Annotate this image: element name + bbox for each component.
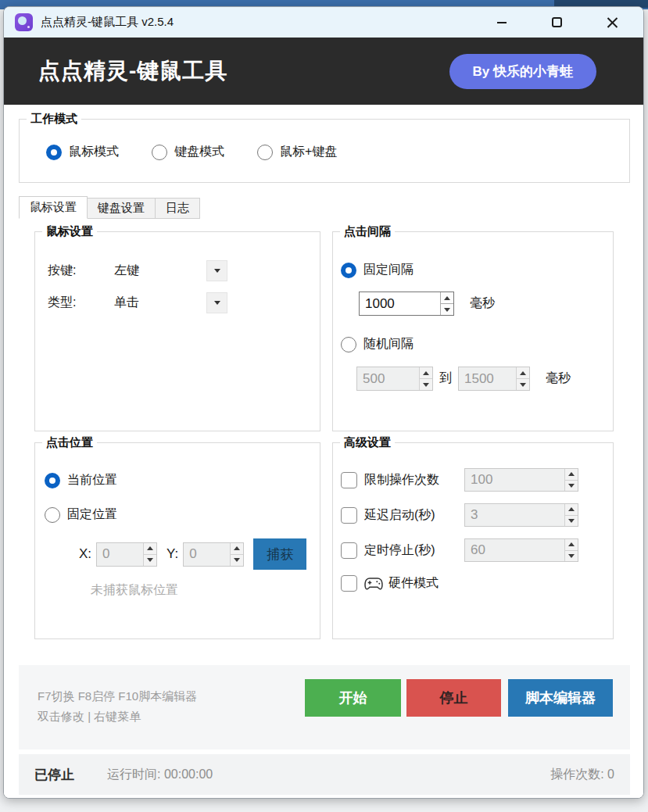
radio-mouse-keyboard-mode-label: 鼠标+键盘 bbox=[280, 144, 337, 160]
status-bar: 已停止 运行时间: 00:00:00 操作次数: 0 bbox=[19, 754, 630, 795]
x-spinner bbox=[96, 542, 157, 567]
stop-button[interactable]: 停止 bbox=[406, 679, 501, 717]
radio-keyboard-mode[interactable]: 键盘模式 bbox=[152, 144, 224, 160]
arrow-down-icon bbox=[568, 484, 575, 488]
random-interval-row: 到 毫秒 bbox=[356, 367, 613, 391]
arrow-up-icon bbox=[568, 542, 575, 546]
radio-mouse-mode-label: 鼠标模式 bbox=[69, 144, 119, 160]
radio-fixed-interval[interactable]: 固定间隔 bbox=[341, 262, 613, 278]
spin-down-button bbox=[231, 554, 243, 566]
radio-random-interval[interactable]: 随机间隔 bbox=[341, 336, 613, 352]
mouse-settings-group: 鼠标设置 按键: 左键 类型: 单击 bbox=[34, 231, 320, 431]
app-icon bbox=[15, 13, 33, 31]
click-position-group: 点击位置 当前位置 固定位置 X: Y: bbox=[34, 442, 320, 639]
random-max-spinner bbox=[458, 367, 530, 391]
limit-count-row: 限制操作次数 bbox=[341, 468, 613, 492]
radio-mouse-mode[interactable]: 鼠标模式 bbox=[46, 144, 119, 160]
arrow-up-icon bbox=[520, 371, 526, 375]
arrow-down-icon bbox=[568, 519, 575, 523]
arrow-up-icon bbox=[568, 507, 575, 511]
chevron-down-icon bbox=[214, 269, 220, 273]
arrow-down-icon bbox=[568, 554, 575, 558]
range-to-label: 到 bbox=[439, 370, 452, 387]
tab-log[interactable]: 日志 bbox=[155, 198, 200, 219]
spinner-buttons bbox=[440, 292, 453, 315]
y-input bbox=[184, 543, 230, 566]
arrow-down-icon bbox=[234, 558, 240, 562]
spin-down-button bbox=[565, 515, 578, 527]
advanced-settings-group: 高级设置 限制操作次数 延迟启动(秒) bbox=[332, 442, 614, 639]
start-button[interactable]: 开始 bbox=[305, 679, 401, 717]
maximize-icon bbox=[552, 17, 562, 27]
status-state: 已停止 bbox=[34, 766, 74, 784]
author-badge: By 快乐的小青蛙 bbox=[449, 54, 596, 89]
spin-down-button bbox=[144, 554, 156, 566]
arrow-up-icon bbox=[423, 371, 429, 375]
radio-unselected-icon bbox=[152, 145, 167, 160]
fixed-interval-label: 固定间隔 bbox=[363, 262, 414, 278]
spinner-buttons bbox=[230, 543, 243, 566]
radio-unselected-icon bbox=[341, 337, 356, 352]
limit-count-input bbox=[465, 469, 564, 491]
arrow-down-icon bbox=[147, 558, 153, 562]
radio-selected-icon bbox=[341, 263, 356, 278]
chevron-down-icon bbox=[214, 301, 220, 305]
spinner-buttons bbox=[516, 367, 529, 390]
hardware-mode-row: 硬件模式 bbox=[341, 575, 613, 592]
radio-unselected-icon bbox=[257, 145, 273, 160]
spin-up-button[interactable] bbox=[441, 292, 453, 303]
arrow-up-icon bbox=[568, 472, 575, 476]
maximize-button[interactable] bbox=[529, 7, 585, 38]
close-button[interactable] bbox=[585, 7, 640, 38]
hardware-mode-label: 硬件模式 bbox=[388, 575, 439, 592]
tab-keyboard-settings[interactable]: 键盘设置 bbox=[87, 198, 156, 219]
work-mode-title: 工作模式 bbox=[27, 112, 81, 127]
radio-selected-icon bbox=[46, 145, 62, 160]
window-controls bbox=[474, 7, 640, 38]
timed-stop-input bbox=[465, 539, 564, 561]
radio-current-position[interactable]: 当前位置 bbox=[45, 472, 320, 488]
mouse-button-dropdown-button[interactable] bbox=[206, 260, 227, 281]
spinner-buttons bbox=[564, 539, 578, 561]
window-title: 点点精灵-键鼠工具 v2.5.4 bbox=[41, 15, 174, 30]
arrow-up-icon bbox=[444, 296, 450, 300]
arrow-down-icon bbox=[520, 383, 526, 387]
timed-stop-row: 定时停止(秒) bbox=[341, 538, 613, 562]
spin-up-button bbox=[517, 367, 529, 378]
mouse-button-row: 按键: 左键 bbox=[48, 260, 320, 281]
spin-down-button bbox=[565, 480, 578, 492]
hardware-mode-checkbox[interactable] bbox=[341, 575, 357, 592]
click-interval-title: 点击间隔 bbox=[340, 224, 395, 239]
spin-up-button bbox=[144, 543, 156, 554]
status-runtime: 运行时间: 00:00:00 bbox=[107, 767, 213, 783]
status-operation-count: 操作次数: 0 bbox=[550, 767, 614, 783]
radio-fixed-position[interactable]: 固定位置 bbox=[45, 506, 320, 523]
timed-stop-checkbox[interactable] bbox=[341, 542, 357, 559]
fixed-interval-input[interactable] bbox=[360, 292, 440, 315]
hotkey-line1: F7切换 F8启停 F10脚本编辑器 bbox=[38, 686, 197, 706]
spinner-buttons bbox=[419, 367, 432, 390]
fixed-interval-row: 毫秒 bbox=[359, 292, 613, 316]
radio-mouse-keyboard-mode[interactable]: 鼠标+键盘 bbox=[257, 144, 337, 160]
tab-mouse-settings[interactable]: 鼠标设置 bbox=[19, 196, 88, 219]
advanced-settings-title: 高级设置 bbox=[340, 435, 395, 450]
radio-keyboard-mode-label: 键盘模式 bbox=[174, 144, 224, 160]
click-type-dropdown-button[interactable] bbox=[206, 292, 227, 313]
hotkey-line2: 双击修改 | 右键菜单 bbox=[38, 706, 197, 727]
click-type-label: 类型: bbox=[48, 295, 114, 311]
script-editor-button[interactable]: 脚本编辑器 bbox=[508, 679, 613, 717]
gamepad-icon bbox=[364, 577, 383, 591]
spin-down-button bbox=[420, 378, 432, 390]
spin-down-button[interactable] bbox=[441, 303, 453, 315]
timed-stop-label: 定时停止(秒) bbox=[364, 542, 464, 559]
mouse-button-label: 按键: bbox=[48, 263, 114, 279]
spin-down-button bbox=[517, 378, 529, 390]
limit-count-checkbox[interactable] bbox=[341, 472, 357, 488]
delay-start-checkbox[interactable] bbox=[341, 507, 357, 524]
main-content: 工作模式 鼠标模式 键盘模式 鼠标+键盘 鼠标设置 键盘设置 日志 bbox=[4, 105, 644, 798]
y-label: Y: bbox=[166, 546, 178, 562]
spin-up-button bbox=[420, 367, 432, 378]
capture-button[interactable]: 捕获 bbox=[253, 538, 306, 570]
minimize-button[interactable] bbox=[474, 7, 529, 38]
coordinates-row: X: Y: 捕获 bbox=[79, 538, 320, 570]
